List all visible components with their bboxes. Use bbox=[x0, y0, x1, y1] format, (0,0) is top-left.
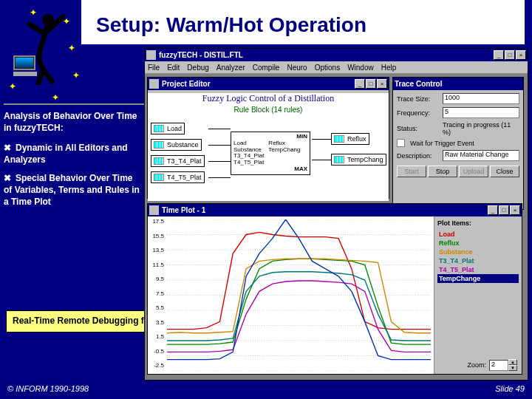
y-tick: 9.5 bbox=[156, 276, 164, 282]
input-var-box[interactable]: T4_T5_Plat bbox=[151, 171, 205, 183]
rule-block-bottom: MAX bbox=[233, 166, 307, 173]
window-icon bbox=[149, 205, 159, 215]
app-titlebar[interactable]: fuzzyTECH - DISTIL.FTL _ □ × bbox=[145, 49, 528, 61]
output-var-box[interactable]: Reflux bbox=[331, 133, 369, 145]
menubar: File Edit Debug Analyzer Compile Neuro O… bbox=[145, 61, 528, 74]
sidebar-bullet-text: Special Behavior Over Time of Variables,… bbox=[4, 173, 140, 206]
series-t3_t4_plat bbox=[167, 272, 431, 341]
plot-item[interactable]: TempChange bbox=[437, 274, 519, 283]
menu-help[interactable]: Help bbox=[381, 64, 397, 72]
close-button[interactable]: × bbox=[516, 50, 526, 60]
output-var-box[interactable]: TempChang bbox=[331, 154, 386, 166]
sidebar-bullet-text: Dynamic in All Editors and Analyzers bbox=[4, 143, 128, 165]
zoom-input[interactable]: 2 bbox=[489, 360, 508, 371]
project-subheading: Rule Block (14 rules) bbox=[148, 106, 389, 114]
label-status: Status: bbox=[397, 125, 440, 132]
mdi-client: Project Editor _ □ × Fuzzy Logic Control… bbox=[145, 74, 528, 380]
label-wait-trigger: Wait for Trigger Event bbox=[410, 140, 474, 147]
app-title: fuzzyTECH - DISTIL.FTL bbox=[159, 51, 493, 59]
y-tick: 13.5 bbox=[152, 247, 164, 253]
menu-debug[interactable]: Debug bbox=[187, 64, 208, 72]
menu-file[interactable]: File bbox=[148, 64, 160, 72]
plot-item[interactable]: Substance bbox=[437, 248, 519, 256]
series-substance bbox=[167, 259, 431, 332]
upload-button[interactable]: Upload bbox=[459, 166, 488, 177]
project-heading: Fuzzy Logic Control of a Distillation bbox=[148, 93, 389, 104]
menu-edit[interactable]: Edit bbox=[167, 64, 180, 72]
time-plot-title: Time Plot - 1 bbox=[162, 206, 487, 214]
input-var-box[interactable]: Load bbox=[151, 123, 185, 134]
menu-analyzer[interactable]: Analyzer bbox=[216, 64, 245, 72]
sidebar-bullet: ✖Special Behavior Over Time of Variables… bbox=[4, 173, 142, 208]
app-icon bbox=[146, 50, 156, 60]
time-plot-titlebar[interactable]: Time Plot - 1 _ □ × bbox=[148, 204, 522, 216]
start-button[interactable]: Start bbox=[397, 166, 426, 177]
time-plot-window: Time Plot - 1 _ □ × 17.515.513.511.59.57… bbox=[147, 203, 522, 375]
y-tick: 15.5 bbox=[152, 233, 164, 239]
trace-control-window: Trace Control Trace Size:1000 Frequency:… bbox=[392, 77, 524, 210]
label-trace-size: Trace Size: bbox=[397, 95, 440, 103]
project-editor-window: Project Editor _ □ × Fuzzy Logic Control… bbox=[147, 77, 389, 199]
plot-area[interactable]: 17.515.513.511.59.57.55.53.51.5-0.5-2.5 bbox=[148, 216, 434, 374]
plot-item[interactable]: Load bbox=[437, 230, 519, 239]
bars-icon bbox=[334, 135, 344, 143]
zoom-down-button[interactable]: ▼ bbox=[508, 365, 517, 371]
input-trace-size[interactable]: 1000 bbox=[443, 93, 519, 104]
menu-window[interactable]: Window bbox=[347, 64, 374, 72]
maximize-button[interactable]: □ bbox=[499, 205, 509, 215]
input-frequency[interactable]: 5 bbox=[443, 107, 519, 118]
stop-button[interactable]: Stop bbox=[428, 166, 457, 177]
input-var-box[interactable]: Substance bbox=[151, 139, 202, 151]
sidebar-bullet: ✖Dynamic in All Editors and Analyzers bbox=[4, 143, 142, 166]
project-editor-titlebar[interactable]: Project Editor _ □ × bbox=[148, 78, 389, 90]
slide-logo: ✦ ✦ ✦ ✦ ✦ ✦ bbox=[7, 7, 78, 96]
zoom-up-button[interactable]: ▲ bbox=[508, 359, 517, 365]
series-tempchange bbox=[167, 219, 431, 360]
plot-item[interactable]: Reflux bbox=[437, 239, 519, 248]
rb-out: TempChang bbox=[268, 147, 300, 154]
y-tick: -2.5 bbox=[154, 362, 164, 369]
plot-item[interactable]: T3_T4_Plat bbox=[437, 256, 519, 265]
plot-canvas bbox=[167, 219, 431, 371]
trace-title: Trace Control bbox=[395, 80, 522, 88]
plot-items-label: Plot Items: bbox=[437, 219, 519, 227]
io-label: TempChang bbox=[347, 156, 383, 163]
menu-options[interactable]: Options bbox=[315, 64, 340, 72]
y-tick: 5.5 bbox=[156, 304, 164, 311]
io-label: Load bbox=[167, 125, 182, 132]
slide-title: Setup: Warm/Hot Operation bbox=[96, 13, 366, 37]
checkbox-wait-trigger[interactable] bbox=[397, 139, 405, 147]
y-tick: 1.5 bbox=[156, 333, 164, 340]
trace-titlebar[interactable]: Trace Control bbox=[393, 78, 523, 90]
minimize-button[interactable]: _ bbox=[355, 79, 365, 89]
y-tick: 7.5 bbox=[156, 290, 164, 297]
y-tick: 17.5 bbox=[152, 218, 164, 225]
maximize-button[interactable]: □ bbox=[366, 79, 376, 89]
close-button[interactable]: × bbox=[510, 205, 520, 215]
window-icon bbox=[149, 79, 159, 89]
sidebar: Analysis of Behavior Over Time in fuzzyT… bbox=[4, 111, 142, 208]
plot-item[interactable]: T4_T5_Plat bbox=[437, 265, 519, 274]
minimize-button[interactable]: _ bbox=[488, 205, 498, 215]
input-description[interactable]: Raw Material Change bbox=[443, 150, 519, 161]
y-tick: -0.5 bbox=[154, 348, 164, 355]
bars-icon bbox=[154, 157, 164, 165]
io-label: T4_T5_Plat bbox=[167, 174, 202, 181]
zoom-label: Zoom: bbox=[467, 361, 486, 369]
rb-in: T4_T5_Plat bbox=[233, 160, 264, 166]
rule-block[interactable]: MIN Load Substance T3_T4_Plat T4_T5_Plat… bbox=[231, 132, 310, 175]
y-axis: 17.515.513.511.59.57.55.53.51.5-0.5-2.5 bbox=[149, 216, 166, 374]
menu-neuro[interactable]: Neuro bbox=[287, 64, 307, 72]
label-description: Description: bbox=[397, 152, 440, 160]
label-frequency: Frequency: bbox=[397, 109, 440, 117]
maximize-button[interactable]: □ bbox=[505, 50, 515, 60]
minimize-button[interactable]: _ bbox=[494, 50, 504, 60]
bars-icon bbox=[154, 141, 164, 149]
bars-icon bbox=[334, 156, 344, 163]
close-button[interactable]: × bbox=[377, 79, 387, 89]
plot-items-panel: Plot Items: LoadRefluxSubstanceT3_T4_Pla… bbox=[434, 216, 522, 374]
close-trace-button[interactable]: Close bbox=[490, 166, 519, 177]
copyright: © INFORM 1990-1998 bbox=[7, 384, 89, 393]
input-var-box[interactable]: T3_T4_Plat bbox=[151, 155, 205, 167]
menu-compile[interactable]: Compile bbox=[253, 64, 280, 72]
